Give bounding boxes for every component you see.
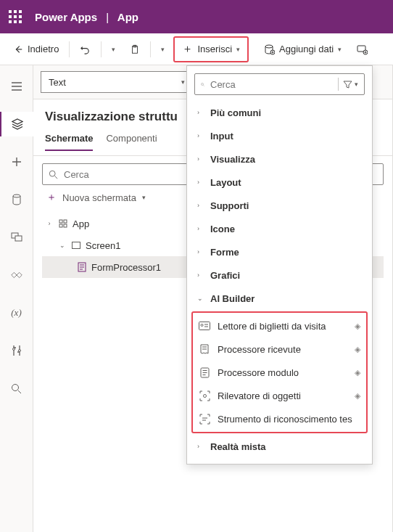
svg-rect-20 [199,322,210,330]
category-mixed-reality[interactable]: ›Realtà mista [187,435,372,458]
category-icons[interactable]: ›Icone [187,217,372,240]
flow-icon [11,270,22,280]
separator [150,41,151,57]
back-arrow-icon [13,44,23,54]
category-layout[interactable]: ›Layout [187,171,372,194]
category-shapes[interactable]: ›Forme [187,240,372,263]
chevron-right-icon: › [197,443,203,450]
rail-tree-view[interactable] [0,74,33,99]
category-charts[interactable]: ›Grafici [187,263,372,287]
chevron-down-icon: ▾ [236,46,240,53]
category-ai-builder[interactable]: ⌄AI Builder [187,287,372,310]
layers-icon [12,118,23,130]
chevron-right-icon: › [197,225,203,232]
form-icon [199,367,210,378]
search-icon [11,383,22,394]
tab-screens[interactable]: Schermate [45,133,93,151]
clipboard-icon [130,44,140,54]
svg-rect-15 [59,224,62,227]
chevron-down-icon: ▾ [161,46,165,53]
insert-flyout: ▾ ›Più comuni ›Input ›Visualizza ›Layout… [186,65,373,465]
chevron-right-icon: › [197,202,203,209]
app-name: App [117,11,138,23]
flyout-filter[interactable]: ▾ [338,78,358,91]
rail-advanced[interactable] [0,338,33,363]
flyout-search-input[interactable] [210,79,332,90]
svg-rect-17 [73,242,80,249]
insert-label: Inserisci [197,44,232,54]
svg-point-10 [18,350,20,352]
category-media[interactable]: ›Supporti [187,194,372,217]
caret-down-icon: ⌄ [58,242,67,249]
chevron-down-icon: ⌄ [197,295,203,302]
add-data-button[interactable]: Aggiungi dati ▾ [257,38,347,61]
paste-split-button[interactable]: ▾ [155,38,170,61]
category-label: Grafici [210,270,240,281]
scan-icon [199,390,210,401]
chevron-down-icon: ▾ [142,194,146,201]
rail-data[interactable] [0,187,33,212]
back-button[interactable]: Indietro [7,38,65,61]
insert-button[interactable]: ＋ Inserisci ▾ [176,38,246,61]
svg-point-9 [12,348,15,351]
ai-item-receipt[interactable]: Processore ricevute ◈ [193,337,366,361]
svg-rect-8 [15,236,22,241]
separator [69,41,70,57]
category-label: Visualizza [210,154,255,165]
insert-button-highlight: ＋ Inserisci ▾ [173,36,249,62]
ai-item-text-recognizer[interactable]: Strumento di riconoscimento tes [193,407,366,430]
property-dropdown[interactable]: Text ▾ [41,71,193,93]
premium-icon: ◈ [355,345,360,354]
receipt-icon [199,343,210,355]
category-label: Layout [210,177,241,188]
undo-split-button[interactable]: ▾ [106,38,121,61]
app-launcher-icon[interactable] [9,10,22,23]
svg-point-19 [202,83,204,85]
category-label: Input [210,131,233,142]
category-common[interactable]: ›Più comuni [187,101,372,124]
database-icon [12,194,22,205]
category-label: AI Builder [210,293,255,304]
card-icon [199,320,210,332]
tree-node-label: App [73,218,89,229]
rail-variables[interactable]: (x) [0,300,33,325]
form-icon [77,262,87,272]
ai-item-label: Processore ricevute [218,344,347,355]
plus-icon [12,157,22,167]
ai-item-business-card[interactable]: Lettore di biglietti da visita ◈ [193,314,366,337]
search-icon [201,80,204,89]
paste-button[interactable] [124,38,146,61]
chevron-down-icon: ▾ [112,46,115,53]
ai-item-form[interactable]: Processore modulo ◈ [193,361,366,384]
rail-flows[interactable] [0,263,33,287]
filter-icon [343,81,352,89]
rail-media[interactable] [0,225,33,250]
caret-icon: › [45,220,54,227]
category-display[interactable]: ›Visualizza [187,147,372,171]
chevron-right-icon: › [197,132,203,139]
command-bar: Indietro ▾ ▾ ＋ Inserisci ▾ Aggiungi dati… [0,33,393,65]
category-label: Forme [210,247,239,258]
chevron-right-icon: › [197,271,203,279]
tab-components[interactable]: Componenti [106,133,157,151]
screen-icon [71,240,81,250]
category-label: Più comuni [210,107,261,118]
new-screen-button[interactable] [350,38,373,61]
svg-point-23 [203,394,206,397]
ai-item-object-detector[interactable]: Rilevatore di oggetti ◈ [193,384,366,407]
chevron-right-icon: › [197,248,203,255]
title-bar: Power Apps | App [0,0,393,33]
rail-search[interactable] [0,376,33,401]
chevron-down-icon: ▾ [338,46,342,53]
category-input[interactable]: ›Input [187,124,372,147]
title-text: Power Apps | App [35,11,138,23]
separator [101,41,102,57]
premium-icon: ◈ [355,368,360,377]
rail-layers[interactable] [0,112,33,136]
rail-insert[interactable] [0,150,33,174]
svg-point-11 [12,384,19,390]
left-rail: (x) [0,65,33,532]
flyout-search[interactable]: ▾ [194,73,365,95]
undo-button[interactable] [74,38,96,61]
app-icon [58,218,68,229]
